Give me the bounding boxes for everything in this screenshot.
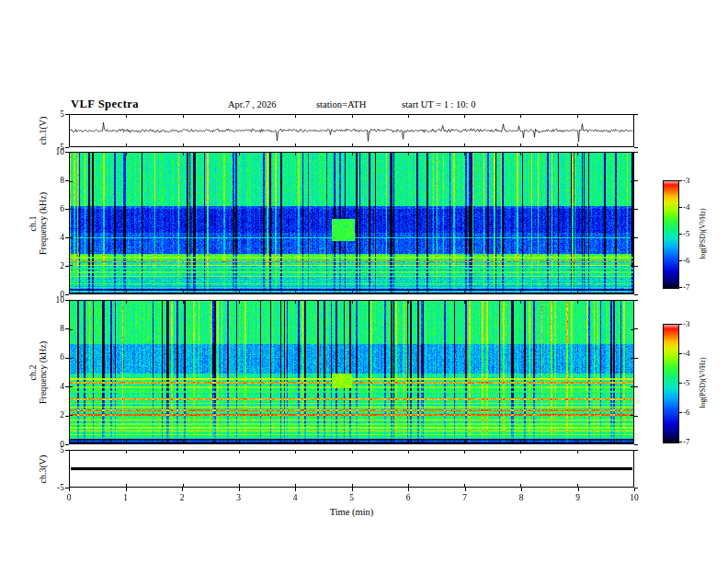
ch2-spectrogram-panel — [69, 300, 634, 444]
tick-mark — [679, 234, 682, 235]
ch1-axis-channel: ch.1 — [28, 191, 38, 254]
tick-mark — [634, 416, 638, 417]
tick-mark — [679, 353, 682, 354]
tick-mark — [634, 147, 638, 148]
ch2-colorbar — [663, 324, 679, 443]
tick-mark — [634, 488, 635, 491]
x-tick-label: 1 — [117, 493, 135, 503]
tick-mark — [352, 488, 353, 491]
tick-mark — [679, 207, 682, 208]
ch1-axis-unit: Frequency (kHz) — [38, 191, 48, 254]
colorbar-tick-label: -7 — [683, 437, 700, 447]
ch2-axis-unit: Frequency (kHz) — [38, 340, 48, 403]
colorbar-tick-label: -7 — [683, 282, 700, 293]
ch1-spectrogram-canvas — [70, 153, 633, 293]
tick-mark — [679, 324, 682, 325]
y-tick-label: 8 — [42, 176, 64, 186]
ch1-voltage-axis-label: ch.1(V) — [38, 117, 48, 145]
tick-mark — [634, 328, 638, 329]
header-start-ut: start UT = 1 : 10: 0 — [402, 99, 475, 109]
x-tick-label: 3 — [230, 493, 248, 503]
tick-mark — [126, 488, 127, 491]
ch1-colorbar — [663, 180, 679, 289]
tick-mark — [521, 488, 522, 491]
time-axis-label: Time (min) — [330, 507, 374, 517]
tick-mark — [295, 488, 296, 491]
ch3-voltage-axis-label: ch.3(V) — [38, 454, 48, 483]
ch2-colorbar-label: log(PSD)(V²/Hz) — [698, 357, 708, 408]
ch3-waveform-canvas — [70, 451, 633, 487]
y-tick-label: 10 — [42, 147, 64, 157]
ch1-waveform-panel — [69, 114, 634, 147]
tick-mark — [65, 444, 69, 445]
x-tick-label: 10 — [625, 493, 643, 503]
tick-mark — [679, 287, 682, 288]
tick-mark — [65, 294, 69, 295]
ch2-spectrogram-canvas — [70, 301, 633, 443]
tick-mark — [65, 488, 69, 488]
tick-mark — [634, 300, 638, 301]
tick-mark — [578, 488, 579, 491]
tick-mark — [679, 412, 682, 413]
tick-mark — [634, 450, 638, 451]
header-date: Apr.7 , 2026 — [228, 99, 277, 109]
tick-mark — [634, 488, 638, 488]
ch1-spectrogram-panel — [69, 152, 634, 294]
tick-mark — [65, 147, 69, 148]
tick-mark — [634, 266, 638, 267]
x-tick-label: 0 — [60, 493, 78, 503]
x-tick-label: 2 — [173, 493, 191, 503]
figure-title: VLF Spectra — [71, 98, 139, 111]
tick-mark — [634, 444, 638, 445]
tick-mark — [634, 294, 638, 295]
ch2-frequency-axis-label: ch.2 Frequency (kHz) — [28, 340, 48, 403]
colorbar-tick-label: -6 — [683, 408, 700, 418]
y-tick-label: 8 — [42, 324, 64, 334]
tick-mark — [634, 237, 638, 238]
x-tick-label: 7 — [456, 493, 474, 503]
tick-mark — [69, 488, 70, 491]
tick-mark — [634, 386, 638, 387]
tick-mark — [634, 152, 638, 153]
x-tick-label: 4 — [286, 493, 304, 503]
tick-mark — [182, 488, 183, 491]
y-tick-label: 5 — [42, 445, 64, 455]
x-tick-label: 6 — [399, 493, 417, 503]
colorbar-tick-label: -3 — [683, 319, 700, 329]
x-tick-label: 8 — [512, 493, 530, 503]
ch1-waveform-canvas — [70, 115, 633, 146]
tick-mark — [679, 180, 682, 181]
colorbar-tick-label: -3 — [683, 176, 700, 186]
header-station: station=ATH — [316, 99, 366, 109]
tick-mark — [634, 209, 638, 210]
tick-mark — [465, 488, 466, 491]
ch1-colorbar-label: log(PSD)(V²/Hz) — [698, 208, 708, 259]
tick-mark — [634, 358, 638, 359]
ch2-axis-channel: ch.2 — [28, 340, 38, 403]
tick-mark — [634, 114, 638, 115]
vlf-spectra-figure: VLF Spectra Apr.7 , 2026 station=ATH sta… — [0, 0, 728, 563]
y-tick-label: 2 — [42, 261, 64, 271]
tick-mark — [679, 442, 682, 442]
ch3-waveform-panel — [69, 450, 634, 488]
y-tick-label: 10 — [42, 295, 64, 305]
y-tick-label: 0 — [42, 290, 64, 300]
tick-mark — [239, 488, 240, 491]
x-tick-label: 5 — [343, 493, 361, 503]
tick-mark — [634, 180, 638, 181]
y-tick-label: 2 — [42, 410, 64, 420]
tick-mark — [679, 383, 682, 384]
tick-mark — [408, 488, 409, 491]
tick-mark — [679, 260, 682, 261]
x-tick-label: 9 — [569, 493, 587, 503]
y-tick-label: 0 — [42, 440, 64, 450]
y-tick-label: -5 — [42, 483, 64, 493]
ch1-frequency-axis-label: ch.1 Frequency (kHz) — [28, 191, 48, 254]
